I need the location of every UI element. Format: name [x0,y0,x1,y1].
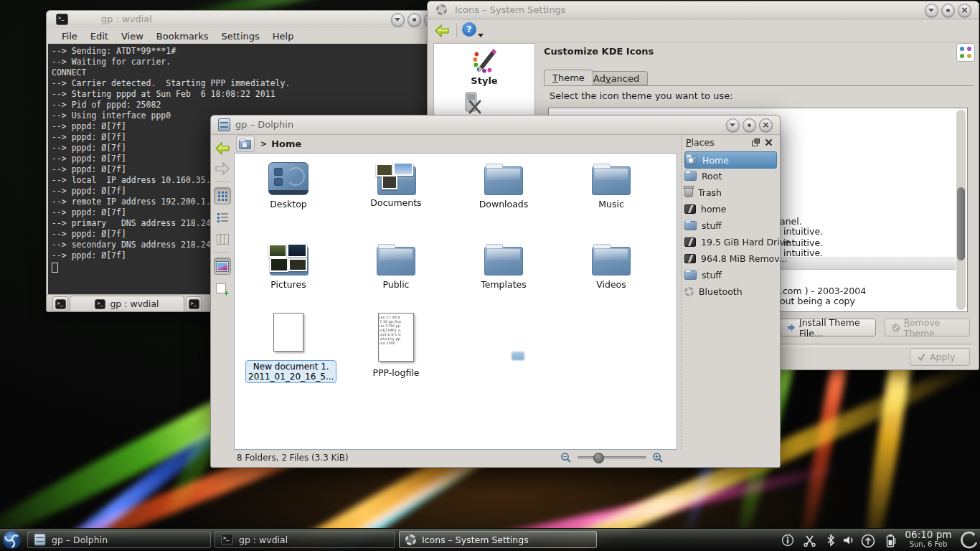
split-view-icon [216,283,226,293]
help-icon[interactable]: ? [462,22,476,37]
forward-arrow-icon[interactable] [214,160,231,177]
breadcrumb-home[interactable]: Home [271,138,301,149]
file-item-music[interactable]: Music [568,162,654,209]
apply-button[interactable]: Apply [910,348,970,366]
settings-titlebar[interactable]: Icons – System Settings [428,1,979,19]
file-item-documents[interactable]: Documents [353,162,439,208]
places-item-trash[interactable]: Trash [684,184,777,200]
file-item-ppp-logfile[interactable]: Jan 17 09:4 7:18 gp-Asp ire-5738 pp pd[1… [353,313,439,378]
notifications-tray-icon[interactable] [781,534,794,547]
folder-view[interactable]: Desktop Documents Downloads Music [234,153,677,450]
file-label: Music [568,199,654,209]
file-item-desktop[interactable]: Desktop [245,162,331,209]
volume-tray-icon[interactable] [842,534,855,547]
menu-view[interactable]: View [115,31,150,42]
places-item-stuff2[interactable]: stuff [684,267,777,283]
file-manager-icon [218,118,230,131]
minimize-button[interactable] [391,13,405,27]
sidebar-item-style[interactable]: Style [434,75,534,86]
close-button[interactable] [958,4,971,17]
terminal-tab[interactable]: gp : wvdial [70,296,184,311]
toolbar-separator [215,182,230,182]
details-view-button[interactable] [214,209,231,226]
application-appearance-icon[interactable] [463,91,484,117]
split-view-button[interactable] [214,281,231,298]
folder-icon [484,166,523,195]
places-item-stuff[interactable]: stuff [684,217,777,233]
maximize-button[interactable] [941,4,955,17]
zoom-in-icon[interactable] [652,452,664,463]
menu-help[interactable]: Help [266,31,301,42]
chevron-down-icon[interactable] [478,34,484,37]
file-item-downloads[interactable]: Downloads [461,162,547,209]
theme-list-text-fragment: intuitive. [783,226,823,237]
zoom-slider-handle[interactable] [593,453,604,463]
icons-module-icon [956,43,975,62]
bluetooth-tray-icon[interactable] [825,534,837,547]
task-wvdial[interactable]: gp : wvdial [215,531,395,548]
tab-advanced[interactable]: Advanced [585,71,648,85]
battery-tray-icon[interactable] [885,534,896,548]
scrollbar-thumb[interactable] [957,187,965,260]
bluetooth-icon [684,287,694,296]
documents-folder-icon [374,162,418,194]
dolphin-window-title: gp – Dolphin [235,119,293,130]
menu-file[interactable]: File [55,31,84,42]
file-item-new-document[interactable]: New document 1.2011_01_20_16_5... [245,313,331,383]
file-item-videos[interactable]: Videos [568,242,654,290]
tab-list-button[interactable] [186,296,202,311]
taskbar: gp – Dolphin gp : wvdial Icons – System … [0,528,980,551]
preview-button[interactable] [214,258,231,275]
clipboard-scissors-tray-icon[interactable] [803,534,816,547]
install-theme-file-button[interactable]: Install Theme File... [780,319,876,336]
places-item-bluetooth[interactable]: Bluetooth [684,283,777,299]
file-item-public[interactable]: Public [353,242,439,290]
terminal-tab-label: gp : wvdial [110,298,159,309]
dolphin-titlebar[interactable]: gp – Dolphin [211,116,780,135]
icons-view-icon [218,192,220,194]
terminal-titlebar[interactable]: gp : wvdial [47,11,445,29]
file-item-pictures[interactable]: Pictures [245,242,331,290]
float-panel-icon[interactable] [752,138,760,146]
tab-theme[interactable]: Theme [544,70,593,85]
file-label: Documents [353,197,439,208]
close-panel-icon[interactable] [765,138,773,146]
places-item-home-partition[interactable]: home [684,201,777,217]
minimize-button[interactable] [925,4,938,17]
back-arrow-icon[interactable] [433,22,451,39]
menu-edit[interactable]: Edit [84,31,115,42]
icons-view-button[interactable] [214,187,231,204]
device-notifier-tray-icon[interactable] [860,534,876,548]
zoom-out-icon[interactable] [560,452,572,463]
back-arrow-icon[interactable] [214,140,231,157]
file-item-templates[interactable]: Templates [461,242,547,290]
maximize-button[interactable] [407,13,421,27]
places-item-removable[interactable]: 964.8 MiB Remov... [684,250,777,266]
menu-settings[interactable]: Settings [215,31,265,42]
zoom-slider[interactable] [578,456,646,459]
new-tab-button[interactable] [52,296,68,311]
plasma-cashew-icon[interactable] [959,531,978,550]
places-item-root[interactable]: Root [684,168,777,184]
breadcrumb-home-button[interactable] [236,136,255,152]
clock-date: Sun, 6 Feb [901,540,956,548]
close-button[interactable] [759,118,773,132]
home-folder-icon [685,156,697,165]
remove-theme-button[interactable]: Remove Theme [885,319,970,336]
app-launcher-icon[interactable] [2,530,22,550]
task-system-settings[interactable]: Icons – System Settings [399,531,597,548]
terminal-window-icon [56,14,68,25]
columns-view-button[interactable] [214,230,231,248]
theme-description-fragment: .com ) - 2003-2004 [780,286,866,296]
menu-bookmarks[interactable]: Bookmarks [150,31,215,42]
maximize-button[interactable] [743,118,756,132]
icon-theme-select-label: Select the icon theme you want to use: [550,90,733,101]
scrollbar[interactable] [956,110,966,310]
places-item-hard-drive[interactable]: 19.5 GiB Hard Drive [684,234,777,250]
task-dolphin[interactable]: gp – Dolphin [27,531,211,548]
places-item-home[interactable]: Home [684,151,777,169]
terminal-line: --> Carrier detected. Starting PPP immed… [52,78,443,89]
folder-icon [684,171,697,181]
minimize-button[interactable] [726,118,740,132]
clock[interactable]: 06:10 pm Sun, 6 Feb [901,529,956,548]
